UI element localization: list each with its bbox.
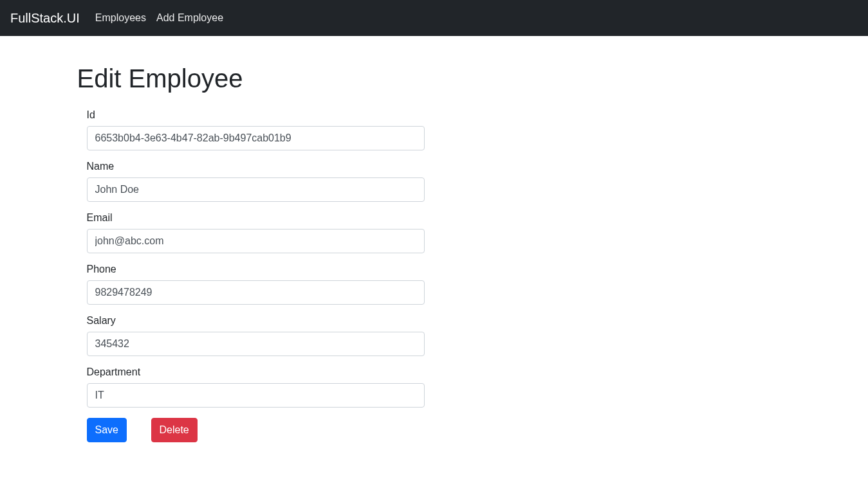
department-label: Department: [87, 366, 141, 378]
main-container: Edit Employee Id Name Email Phone: [68, 63, 801, 442]
email-field[interactable]: [87, 229, 425, 253]
delete-button[interactable]: Delete: [151, 418, 198, 442]
email-label: Email: [87, 212, 113, 224]
id-label: Id: [87, 109, 95, 121]
form-group-salary: Salary: [87, 315, 425, 356]
form-group-name: Name: [87, 161, 425, 202]
department-field[interactable]: [87, 383, 425, 408]
form-group-id: Id: [87, 109, 425, 150]
salary-field[interactable]: [87, 332, 425, 356]
form-group-department: Department: [87, 366, 425, 408]
save-button[interactable]: Save: [87, 418, 127, 442]
page-title: Edit Employee: [77, 63, 791, 94]
nav-link-add-employee[interactable]: Add Employee: [151, 7, 228, 28]
navbar-brand[interactable]: FullStack.UI: [10, 8, 80, 29]
navbar: FullStack.UI Employees Add Employee: [0, 0, 868, 36]
id-field[interactable]: [87, 126, 425, 150]
name-label: Name: [87, 161, 115, 172]
form-group-phone: Phone: [87, 264, 425, 305]
form-group-email: Email: [87, 212, 425, 253]
button-row: Save Delete: [77, 418, 425, 442]
salary-label: Salary: [87, 315, 116, 327]
navbar-nav: Employees Add Employee: [90, 12, 228, 24]
nav-link-employees[interactable]: Employees: [90, 7, 151, 28]
edit-employee-form: Id Name Email Phone Salary: [77, 99, 791, 442]
phone-field[interactable]: [87, 280, 425, 305]
phone-label: Phone: [87, 264, 116, 275]
name-field[interactable]: [87, 177, 425, 202]
